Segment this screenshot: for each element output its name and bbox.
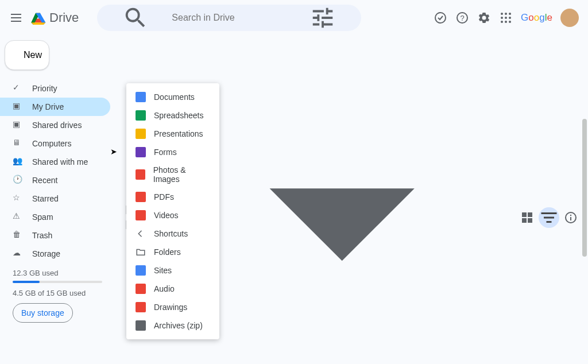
scrollbar[interactable]	[582, 119, 587, 257]
dropdown-label: Audio	[154, 284, 175, 293]
search-input[interactable]	[172, 13, 287, 23]
title-dropdown-icon[interactable]	[168, 44, 516, 364]
nav-label: Recent	[32, 176, 57, 185]
file-type-icon	[136, 265, 146, 276]
nav-item-storage[interactable]: ☁Storage	[0, 245, 110, 263]
buy-storage-button[interactable]: Buy storage	[13, 303, 73, 323]
dropdown-item-drawings[interactable]: Drawings	[126, 298, 219, 316]
google-logo[interactable]: Google	[521, 12, 552, 24]
nav-icon: 🖥	[13, 138, 24, 149]
settings-icon[interactable]	[477, 11, 491, 25]
svg-point-12	[501, 21, 503, 23]
svg-point-3	[435, 13, 446, 23]
svg-marker-2	[31, 22, 45, 25]
dropdown-label: Spreadsheets	[154, 111, 203, 120]
dropdown-item-audio[interactable]: Audio	[126, 280, 219, 298]
apps-icon[interactable]	[499, 11, 513, 25]
dropdown-item-documents[interactable]: Documents	[126, 88, 219, 106]
nav-item-priority[interactable]: ✓Priority	[0, 79, 110, 98]
nav-label: Spam	[32, 212, 53, 222]
nav-label: Priority	[32, 84, 57, 93]
dropdown-label: Archives (zip)	[154, 321, 203, 330]
file-type-dropdown: DocumentsSpreadsheetsPresentationsFormsP…	[126, 83, 219, 339]
file-type-icon	[136, 247, 146, 257]
new-button[interactable]: New	[5, 40, 49, 70]
nav-item-my-drive[interactable]: ▣My Drive	[0, 98, 110, 116]
dropdown-item-photos-images[interactable]: Photos & Images	[126, 161, 219, 188]
dropdown-item-spreadsheets[interactable]: Spreadsheets	[126, 106, 219, 125]
search-bar[interactable]	[97, 5, 361, 31]
nav-label: Shared with me	[32, 157, 88, 166]
new-button-label: New	[24, 50, 42, 60]
svg-point-8	[509, 13, 511, 15]
storage-bar	[13, 281, 102, 283]
search-options-icon[interactable]	[293, 5, 352, 31]
svg-text:?: ?	[460, 14, 464, 22]
svg-point-11	[509, 17, 511, 19]
drive-logo[interactable]: Drive	[30, 10, 79, 25]
file-type-icon	[136, 302, 146, 312]
drive-icon	[30, 11, 46, 25]
svg-point-16	[570, 214, 571, 215]
svg-point-10	[505, 17, 507, 19]
nav-item-spam[interactable]: ⚠Spam	[0, 208, 110, 226]
dropdown-item-shortcuts[interactable]: Shortcuts	[126, 224, 219, 243]
dropdown-item-sites[interactable]: Sites	[126, 261, 219, 280]
dropdown-item-videos[interactable]: Videos	[126, 206, 219, 224]
nav-item-computers[interactable]: 🖥Computers	[0, 134, 110, 153]
nav-item-shared-with-me[interactable]: 👥Shared with me	[0, 153, 110, 171]
nav-icon: 🕐	[13, 175, 24, 186]
nav-icon: 🗑	[13, 230, 24, 241]
dropdown-label: Drawings	[154, 303, 187, 312]
file-type-icon	[136, 320, 146, 331]
file-type-icon	[136, 229, 146, 239]
dropdown-item-forms[interactable]: Forms	[126, 143, 219, 161]
search-icon	[106, 5, 165, 31]
storage-detail: 4.5 GB of 15 GB used	[13, 289, 102, 297]
dropdown-label: Folders	[154, 247, 181, 257]
nav-icon: ⚠	[13, 211, 24, 223]
account-avatar[interactable]	[560, 9, 579, 27]
dropdown-label: Documents	[154, 92, 195, 102]
storage-used: 12.3 GB used	[13, 269, 102, 277]
dropdown-item-pdfs[interactable]: PDFs	[126, 188, 219, 206]
dropdown-label: Shortcuts	[154, 229, 188, 238]
offline-ready-icon[interactable]	[434, 11, 447, 25]
file-type-icon	[136, 129, 146, 139]
grid-view-icon[interactable]	[520, 211, 534, 224]
dropdown-label: Presentations	[154, 129, 203, 138]
dropdown-label: PDFs	[154, 192, 174, 202]
view-filter-button[interactable]	[539, 207, 559, 228]
dropdown-item-archives-zip-[interactable]: Archives (zip)	[126, 316, 219, 335]
dropdown-item-folders[interactable]: Folders	[126, 243, 219, 261]
nav-item-shared-drives[interactable]: ▣Shared drives	[0, 116, 110, 134]
support-icon[interactable]: ?	[455, 11, 469, 25]
nav-icon: 👥	[13, 156, 24, 168]
svg-point-14	[509, 21, 511, 23]
svg-point-13	[505, 21, 507, 23]
file-type-icon	[136, 147, 146, 157]
dropdown-item-presentations[interactable]: Presentations	[126, 125, 219, 143]
nav-icon: ☆	[13, 193, 24, 204]
nav-item-starred[interactable]: ☆Starred	[0, 189, 110, 208]
file-type-icon	[136, 92, 146, 102]
dropdown-label: Photos & Images	[153, 165, 210, 184]
app-name: Drive	[49, 10, 79, 25]
file-type-icon	[136, 284, 146, 294]
svg-point-9	[501, 17, 503, 19]
cursor-icon: ➤	[110, 147, 117, 156]
svg-point-7	[505, 13, 507, 15]
nav-label: Trash	[32, 231, 52, 240]
nav-label: Computers	[32, 139, 71, 148]
dropdown-label: Sites	[154, 266, 172, 275]
nav-icon: ▣	[13, 101, 24, 113]
nav-label: Shared drives	[32, 121, 82, 130]
nav-label: My Drive	[32, 102, 64, 111]
main-menu-button[interactable]	[9, 11, 23, 25]
file-type-icon	[136, 169, 145, 180]
dropdown-label: Videos	[154, 211, 179, 220]
nav-item-recent[interactable]: 🕐Recent	[0, 171, 110, 189]
nav-item-trash[interactable]: 🗑Trash	[0, 226, 110, 245]
filter-icon	[539, 207, 559, 228]
info-icon[interactable]	[564, 211, 578, 224]
